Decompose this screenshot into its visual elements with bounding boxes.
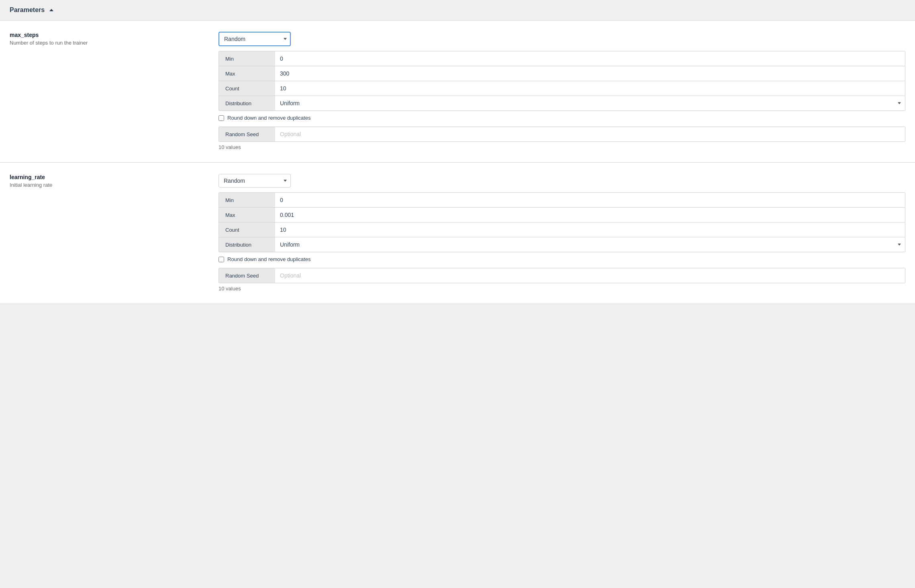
round-down-label-max-steps: Round down and remove duplicates: [227, 115, 310, 121]
param-right-max-steps: Random Fixed Choice Min Max: [219, 32, 905, 151]
count-row-max-steps: Count: [219, 81, 905, 96]
random-seed-label-learning-rate: Random Seed: [219, 268, 275, 283]
header-bar: Parameters: [0, 0, 915, 20]
type-select-wrapper-max-steps: Random Fixed Choice: [219, 32, 291, 46]
random-seed-area-max-steps: Random Seed: [219, 127, 905, 142]
count-label-learning-rate: Count: [219, 223, 275, 237]
max-input-max-steps[interactable]: [275, 66, 905, 81]
page-container: Parameters max_steps Number of steps to …: [0, 0, 915, 588]
fields-area-max-steps: Min Max Count Distribution: [219, 51, 905, 111]
round-down-checkbox-learning-rate[interactable]: [219, 257, 224, 262]
min-input-max-steps[interactable]: [275, 51, 905, 66]
distribution-row-max-steps: Distribution Uniform Log Uniform Normal …: [219, 96, 905, 110]
param-desc-max-steps: Number of steps to run the trainer: [10, 40, 209, 46]
chevron-up-icon[interactable]: [49, 9, 53, 11]
type-select-learning-rate[interactable]: Random Fixed Choice: [219, 174, 291, 188]
param-right-learning-rate: Random Fixed Choice Min Max: [219, 174, 905, 292]
count-input-learning-rate[interactable]: [275, 223, 905, 237]
param-name-max-steps: max_steps: [10, 32, 209, 38]
content-area: max_steps Number of steps to run the tra…: [0, 20, 915, 304]
distribution-label-learning-rate: Distribution: [219, 237, 275, 252]
fields-area-learning-rate: Min Max Count Distribution: [219, 192, 905, 252]
page-title: Parameters: [10, 6, 45, 14]
min-label-learning-rate: Min: [219, 193, 275, 207]
values-text-max-steps: 10 values: [219, 142, 905, 151]
type-select-max-steps[interactable]: Random Fixed Choice: [219, 32, 291, 46]
round-down-checkbox-max-steps[interactable]: [219, 115, 224, 121]
min-row-learning-rate: Min: [219, 193, 905, 208]
min-label-max-steps: Min: [219, 51, 275, 66]
distribution-select-wrapper-max-steps: Uniform Log Uniform Normal Log Normal: [275, 96, 905, 110]
param-left-learning-rate: learning_rate Initial learning rate: [10, 174, 219, 292]
param-left-max-steps: max_steps Number of steps to run the tra…: [10, 32, 219, 151]
type-select-wrapper-learning-rate: Random Fixed Choice: [219, 174, 291, 188]
max-input-learning-rate[interactable]: [275, 208, 905, 222]
max-label-learning-rate: Max: [219, 208, 275, 222]
param-section-max-steps: max_steps Number of steps to run the tra…: [0, 20, 915, 163]
max-row-max-steps: Max: [219, 66, 905, 81]
max-label-max-steps: Max: [219, 66, 275, 81]
distribution-select-learning-rate[interactable]: Uniform Log Uniform Normal Log Normal: [275, 237, 905, 252]
round-down-label-learning-rate: Round down and remove duplicates: [227, 256, 310, 262]
count-input-max-steps[interactable]: [275, 81, 905, 96]
random-seed-row-max-steps: Random Seed: [219, 127, 905, 141]
distribution-label-max-steps: Distribution: [219, 96, 275, 110]
random-seed-label-max-steps: Random Seed: [219, 127, 275, 141]
count-label-max-steps: Count: [219, 81, 275, 96]
param-desc-learning-rate: Initial learning rate: [10, 182, 209, 188]
count-row-learning-rate: Count: [219, 223, 905, 237]
random-seed-row-learning-rate: Random Seed: [219, 268, 905, 283]
distribution-select-wrapper-learning-rate: Uniform Log Uniform Normal Log Normal: [275, 237, 905, 252]
random-seed-input-max-steps[interactable]: [275, 127, 905, 141]
distribution-select-max-steps[interactable]: Uniform Log Uniform Normal Log Normal: [275, 96, 905, 110]
checkbox-row-learning-rate: Round down and remove duplicates: [219, 252, 905, 266]
random-seed-area-learning-rate: Random Seed: [219, 268, 905, 283]
min-input-learning-rate[interactable]: [275, 193, 905, 207]
distribution-row-learning-rate: Distribution Uniform Log Uniform Normal …: [219, 237, 905, 252]
max-row-learning-rate: Max: [219, 208, 905, 223]
min-row-max-steps: Min: [219, 51, 905, 66]
param-section-learning-rate: learning_rate Initial learning rate Rand…: [0, 163, 915, 304]
param-name-learning-rate: learning_rate: [10, 174, 209, 180]
random-seed-input-learning-rate[interactable]: [275, 268, 905, 283]
checkbox-row-max-steps: Round down and remove duplicates: [219, 111, 905, 125]
values-text-learning-rate: 10 values: [219, 283, 905, 292]
